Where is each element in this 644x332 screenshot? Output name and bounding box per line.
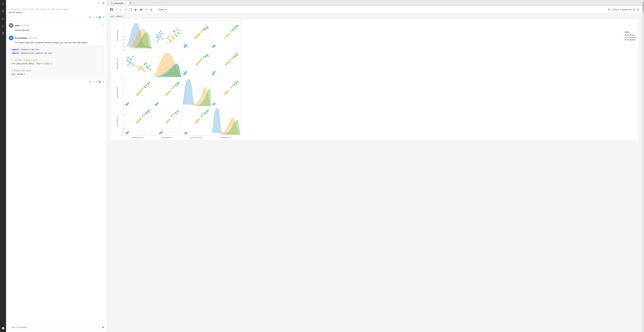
svg-point-40 [174,31,175,33]
svg-point-189 [213,104,214,105]
list-icon[interactable]: ☰ [1,9,6,14]
y-label-2: petal length (cm) [116,79,118,106]
legend-item-versicolor: Iris-versicolor [625,36,637,38]
svg-point-190 [214,103,216,104]
format-button[interactable]: ⊞ [89,15,91,19]
svg-point-91 [131,63,132,65]
svg-point-167 [144,87,146,88]
run-button[interactable]: ▶ [99,15,102,19]
svg-point-114 [183,74,184,76]
copy-button[interactable]: ⎘ [103,15,104,19]
notebook-scrollbar[interactable] [642,0,644,332]
svg-point-141 [232,57,233,59]
variable-icon[interactable]: (x) [1,16,6,21]
svg-point-139 [228,62,229,63]
kernel-settings-button[interactable]: ⚙ [607,8,611,12]
svg-point-107 [149,65,150,66]
svg-point-84 [128,56,130,58]
settings-button[interactable]: ⚙ [102,1,105,5]
tab-close-button[interactable]: ✕ [124,2,126,5]
svg-point-22 [157,41,158,42]
svg-point-246 [201,115,202,117]
svg-point-212 [139,119,140,121]
notebook-toolbar: 💾 + ✂ ⎘ 📋 ▶ ⏹ ↺ ⏭ Code ⚙ Python 3 (ipyke… [107,6,642,13]
svg-point-115 [186,71,187,72]
svg-point-92 [128,64,129,65]
kernel-status-circle [633,9,635,11]
svg-point-180 [171,88,173,89]
code-cell-head: # Display the first few rows of the data… [6,6,107,21]
svg-point-184 [176,85,177,86]
legend-dot-setosa [625,34,626,36]
user-msg-left: P piotr 10:51 AM [9,23,30,28]
svg-point-90 [129,62,130,64]
svg-point-67 [212,47,213,48]
svg-point-177 [166,94,168,95]
svg-point-156 [137,94,138,95]
add-cell-button[interactable]: + [97,1,100,5]
legend-item-setosa: Iris-setosa [625,34,637,36]
svg-point-86 [126,60,128,61]
wrap-button[interactable]: ⊡ [96,15,98,19]
ai-wrap-button[interactable]: ⊡ [96,80,98,84]
svg-point-251 [207,111,208,112]
chat-icon[interactable]: 💬 [1,326,6,331]
cut-toolbar-button[interactable]: ✂ [119,8,123,12]
svg-point-173 [156,103,158,105]
x-label-0: sepal length (cm) [122,137,152,138]
db-icon[interactable]: 🗄 [1,31,6,36]
paste-toolbar-button[interactable]: 📋 [128,8,133,12]
svg-point-108 [147,67,148,68]
legend-dot-versicolor [625,37,626,38]
ai-run-button[interactable]: ▶ [99,80,102,84]
svg-point-133 [212,74,213,76]
kernel-label: Python 3 (ipykernel) [612,8,632,11]
toolbar-right: ⚙ Python 3 (ipykernel) ☰ [607,8,640,12]
svg-text:8: 8 [124,23,124,24]
svg-point-85 [130,58,132,60]
chat-input[interactable] [9,324,100,330]
svg-point-166 [149,82,150,83]
add-cell-toolbar-button[interactable]: + [115,8,118,12]
user-avatar: P [9,23,14,28]
notebook-tab[interactable]: 🔶 ada.ipynb ✕ [108,1,129,6]
tab-icon: 🔶 [110,2,113,4]
restart-toolbar-button[interactable]: ↺ [144,8,148,12]
ai-format-button[interactable]: ⊞ [89,80,91,84]
scroll-thumb[interactable] [642,2,644,12]
svg-text:4.0: 4.0 [123,40,124,41]
notebook-menu-button[interactable]: ☰ [636,8,640,12]
notebook-content: plt.show() sepal length (cm) sepal width… [107,13,642,332]
ai-copy-button[interactable]: ⎘ [103,80,104,84]
svg-text:1.5: 1.5 [123,121,125,122]
svg-point-16 [156,36,157,38]
stop-toolbar-button[interactable]: ⏹ [139,8,143,12]
fastforward-toolbar-button[interactable]: ⏭ [149,8,153,12]
svg-point-73 [229,33,230,34]
pair-plot-container: sepal length (cm) sepal width (cm) petal… [110,19,638,140]
svg-point-220 [149,109,150,111]
chat-send-button[interactable]: ➤ [102,325,104,329]
svg-point-101 [138,70,139,71]
ai-msg-menu[interactable]: ⋮ [102,36,104,40]
run-toolbar-button[interactable]: ▶ [134,8,138,12]
toolbar-sep [155,8,155,11]
file-icon[interactable]: 🗋 [1,1,6,6]
box-icon[interactable]: ⬡ [1,24,6,28]
copy-toolbar-button[interactable]: ⎘ [124,8,127,12]
svg-point-31 [167,42,168,44]
svg-point-81 [232,30,234,31]
notebook-area: 🔶 ada.ipynb ✕ + 💾 + ✂ ⎘ 📋 ▶ ⏹ ↺ ⏭ Code ⚙… [107,0,642,332]
svg-point-26 [171,36,173,37]
svg-point-100 [140,66,142,67]
ai-indent-button[interactable]: ⇥ [92,80,94,84]
indent-button[interactable]: ⇥ [92,15,94,19]
svg-text:3: 3 [123,99,124,101]
user-msg-close[interactable]: ✕ [102,24,104,27]
save-toolbar-button[interactable]: 💾 [109,8,114,12]
new-tab-button[interactable]: + [130,1,131,5]
svg-point-194 [225,93,226,94]
cell-type-select[interactable]: Code [157,8,168,12]
ai-message: AI Assistant 10:51 AM ⋮ To create a pair… [6,34,107,86]
ai-avatar [9,36,14,40]
